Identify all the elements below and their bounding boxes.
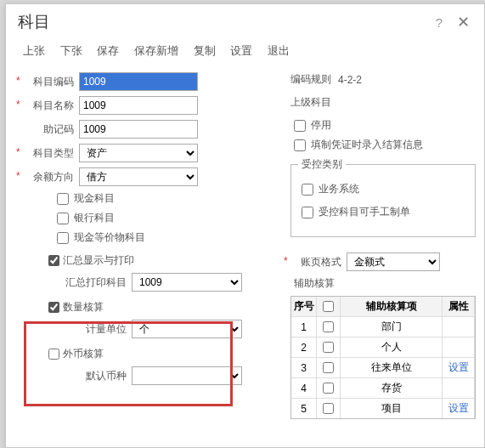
close-icon[interactable]: ✕ — [454, 13, 472, 31]
bank-checkbox[interactable] — [57, 213, 69, 224]
disable-checkbox[interactable] — [294, 120, 306, 132]
toolbar-exit[interactable]: 退出 — [268, 44, 290, 57]
direction-select[interactable]: 借方 — [79, 167, 198, 186]
cash-checkbox[interactable] — [57, 193, 69, 205]
toolbar-save[interactable]: 保存 — [97, 44, 119, 57]
right-column: 编码规则4-2-2 上级科目 停用 填制凭证时录入结算信息 受控类别 业务系统 … — [278, 72, 476, 419]
controlled-legend: 受控类别 — [298, 157, 346, 172]
cell-attr — [443, 337, 475, 357]
settle-label: 填制凭证时录入结算信息 — [311, 138, 423, 152]
cell-attr: 设置 — [443, 399, 475, 418]
cell-attr — [443, 378, 475, 398]
bank-label: 银行科目 — [74, 211, 115, 225]
cell-item: 个人 — [341, 337, 443, 357]
biz-checkbox[interactable] — [302, 184, 313, 196]
table-row: 4存货 — [291, 377, 475, 398]
table-row: 2个人 — [291, 337, 475, 357]
th-item: 辅助核算项 — [341, 297, 443, 316]
cell-item: 部门 — [341, 317, 443, 337]
biz-label: 业务系统 — [319, 182, 359, 196]
dialog: 科目 ? ✕ 上张 下张 保存 保存新增 复制 设置 退出 科目编码 科目名称 … — [5, 3, 485, 448]
unit-label: 计量单位 — [60, 322, 127, 337]
row-checkbox[interactable] — [323, 403, 334, 414]
cell-seq: 4 — [291, 378, 317, 398]
cell-seq: 3 — [291, 358, 317, 377]
row-checkbox[interactable] — [323, 362, 334, 373]
qty-section-checkbox[interactable] — [48, 302, 59, 313]
casheq-checkbox[interactable] — [57, 232, 69, 244]
rule-value: 4-2-2 — [338, 74, 362, 86]
cell-seq: 5 — [291, 399, 317, 418]
unit-select[interactable]: 个 — [132, 320, 242, 338]
table-row: 5项目设置 — [291, 398, 475, 418]
code-input[interactable] — [79, 72, 198, 91]
attr-link[interactable]: 设置 — [448, 360, 469, 375]
print-subject-label: 汇总打印科目 — [60, 275, 127, 290]
disable-label: 停用 — [311, 118, 331, 133]
help-icon[interactable]: ? — [430, 13, 448, 31]
currency-label: 默认币种 — [60, 369, 127, 383]
toolbar-prev[interactable]: 上张 — [23, 44, 45, 57]
rule-label: 编码规则 — [290, 72, 338, 87]
table-row: 1部门 — [291, 316, 475, 337]
left-column: 科目编码 科目名称 助记码 科目类型 资产 余额方向 借方 现金科目 银行科目 … — [23, 72, 278, 419]
mnemonic-input[interactable] — [79, 120, 198, 139]
mnemonic-label: 助记码 — [23, 122, 74, 137]
table-row: 3往来单位设置 — [291, 357, 475, 377]
qty-section-label: 数量核算 — [63, 300, 104, 315]
table-header: 序号 辅助核算项 属性 — [291, 297, 475, 316]
th-checkbox[interactable] — [323, 301, 334, 312]
print-subject-select[interactable]: 1009 — [132, 273, 242, 292]
toolbar-copy[interactable]: 复制 — [194, 44, 216, 57]
cell-item: 往来单位 — [341, 358, 443, 377]
cell-attr: 设置 — [443, 358, 475, 377]
row-checkbox[interactable] — [323, 383, 334, 394]
toolbar: 上张 下张 保存 保存新增 复制 设置 退出 — [6, 43, 484, 67]
type-select[interactable]: 资产 — [79, 144, 198, 162]
cell-item: 项目 — [341, 399, 443, 418]
fx-section-checkbox[interactable] — [48, 349, 59, 360]
print-section-label: 汇总显示与打印 — [63, 253, 134, 268]
attr-link[interactable]: 设置 — [448, 401, 469, 416]
parent-label: 上级科目 — [290, 95, 338, 110]
row-checkbox[interactable] — [323, 321, 334, 332]
cell-seq: 2 — [291, 337, 317, 357]
aux-title: 辅助核算 — [294, 276, 476, 291]
th-attr: 属性 — [443, 297, 475, 316]
cell-seq: 1 — [291, 317, 317, 337]
cash-label: 现金科目 — [74, 191, 115, 206]
controlled-fieldset: 受控类别 业务系统 受控科目可手工制单 — [290, 157, 476, 237]
toolbar-next[interactable]: 下张 — [60, 44, 82, 57]
manual-checkbox[interactable] — [302, 207, 313, 218]
amtfmt-label: 账页格式 — [290, 255, 341, 269]
name-input[interactable] — [79, 96, 198, 115]
dialog-title: 科目 — [18, 11, 425, 33]
print-section-checkbox[interactable] — [48, 255, 59, 266]
th-seq: 序号 — [291, 297, 317, 316]
amtfmt-select[interactable]: 金额式 — [347, 252, 440, 271]
toolbar-save-new[interactable]: 保存新增 — [134, 44, 178, 57]
fx-section-label: 外币核算 — [63, 347, 104, 361]
row-checkbox[interactable] — [323, 342, 334, 353]
manual-label: 受控科目可手工制单 — [319, 205, 410, 219]
casheq-label: 现金等价物科目 — [74, 230, 145, 245]
currency-select[interactable] — [132, 366, 242, 385]
aux-grid: 序号 辅助核算项 属性 1部门2个人3往来单位设置4存货5项目设置 — [290, 296, 476, 419]
titlebar: 科目 ? ✕ — [6, 4, 484, 43]
settle-checkbox[interactable] — [294, 139, 306, 151]
name-label: 科目名称 — [23, 99, 74, 113]
code-label: 科目编码 — [23, 75, 74, 89]
direction-label: 余额方向 — [23, 170, 74, 184]
toolbar-settings[interactable]: 设置 — [230, 44, 252, 57]
cell-attr — [443, 317, 475, 337]
th-cb — [317, 297, 341, 316]
type-label: 科目类型 — [23, 146, 74, 161]
cell-item: 存货 — [341, 378, 443, 398]
